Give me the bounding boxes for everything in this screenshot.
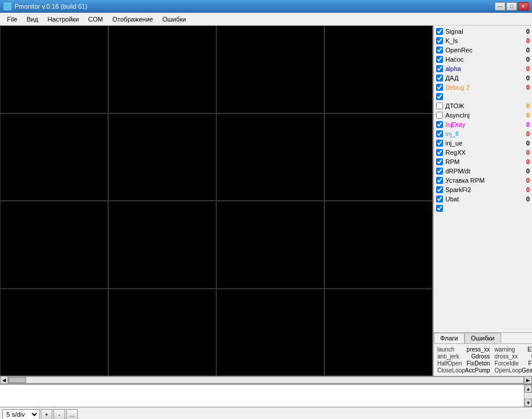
signal-list: Signal0K_ls0OpenRec0Насос0alpha0ДАД0Debu… [434,26,532,332]
minimize-button[interactable]: — [495,2,505,10]
signal-name-label: OpenRec [445,47,520,54]
flag-item: dross_xx0dross [494,353,532,360]
title-bar-buttons: — □ ✕ [495,2,529,10]
signal-item: RPM0 [434,157,532,166]
signal-item: OpenRec0 [434,45,532,55]
signal-checkbox[interactable] [436,158,443,165]
main-content: Signal0K_ls0OpenRec0Насос0alpha0ДАД0Debu… [0,26,532,376]
signal-checkbox[interactable] [436,74,443,81]
signal-value-label: 0 [520,168,530,175]
chart-cell-2-2 [216,201,324,289]
signal-value-label: 0 [520,102,530,109]
signal-value-label: 0 [520,130,530,137]
signal-value-label: 0 [520,28,530,35]
flag-item: HalfOpenFixDeton [436,360,491,367]
signal-checkbox[interactable] [436,112,443,119]
signal-checkbox[interactable] [436,102,443,109]
signal-checkbox[interactable] [436,84,443,91]
flag-name-label: OpenLoop [495,367,522,374]
menu-com[interactable]: COM [84,15,108,24]
signal-checkbox[interactable] [436,140,443,147]
scroll-left-button[interactable]: ◀ [0,376,8,384]
signal-item: Debug 20 [434,83,532,92]
flag-name-label: warning [495,346,515,353]
zoom-in-button[interactable]: + [41,409,52,420]
signal-value-label: 0 [520,121,530,128]
maximize-button[interactable]: □ [506,2,517,10]
chart-cell-1-0 [0,113,108,201]
scroll-track[interactable] [8,377,524,384]
signal-item [434,92,532,101]
signal-checkbox[interactable] [436,47,443,54]
signal-item: inj_ue0 [434,139,532,148]
tab-bar: Флаги Ошибки [434,332,532,344]
close-button[interactable]: ✕ [518,2,529,10]
horizontal-scrollbar[interactable]: ◀ ▶ [0,376,532,384]
signal-checkbox[interactable] [436,56,443,63]
signal-checkbox[interactable] [436,177,443,184]
signal-item: SparkFi20 [434,185,532,194]
more-options-button[interactable]: ... [66,409,78,420]
signal-checkbox[interactable] [436,196,443,203]
flag-name-label: launch [437,346,454,353]
chart-cell-1-1 [108,113,216,201]
signal-checkbox[interactable] [436,168,443,175]
signal-name-label: Насос [445,56,520,63]
chart-cell-0-1 [108,26,216,113]
zoom-out-button[interactable]: - [53,409,65,420]
chart-cell-3-2 [216,289,324,377]
chart-cell-2-0 [0,201,108,289]
tab-errors[interactable]: Ошибки [465,333,501,343]
signal-checkbox[interactable] [436,186,443,193]
signal-checkbox[interactable] [436,130,443,137]
signal-name-label: Signal [445,28,520,35]
signal-value-label: 0 [520,140,530,147]
title-bar: Pmonitor v.0.16 (build 61) — □ ✕ [0,0,532,13]
flag-item: anti_jerkGdross [436,353,491,360]
signal-name-label: inj_ue [445,140,520,147]
signal-item: K_ls0 [434,36,532,45]
signal-checkbox[interactable] [436,93,443,100]
text-input[interactable] [0,385,524,407]
menu-view[interactable]: Вид [22,15,43,24]
signal-name-label: RPM [445,158,520,165]
text-scroll-up[interactable]: ▲ [524,385,532,393]
title-bar-text: Pmonitor v.0.16 (build 61) [15,3,495,10]
scroll-thumb[interactable] [9,377,26,383]
signal-checkbox[interactable] [436,205,443,212]
signal-value-label: 0 [520,112,530,119]
tab-flags[interactable]: Флаги [434,333,465,343]
menu-errors[interactable]: Ошибки [158,15,191,24]
signal-name-label: ДТОЖ [445,102,520,109]
signal-checkbox[interactable] [436,149,443,156]
signal-name-label: ДАД [445,74,520,81]
signal-value-label: 0 [520,37,530,44]
signal-checkbox[interactable] [436,121,443,128]
menu-display[interactable]: Отображение [108,15,158,24]
chart-cell-0-2 [216,26,324,113]
signal-checkbox[interactable] [436,28,443,35]
menu-settings[interactable]: Настройки [43,15,84,24]
time-div-select[interactable]: 1 s/div2 s/div5 s/div10 s/div20 s/div [2,409,40,420]
text-scroll-down[interactable]: ▼ [524,399,532,407]
signal-checkbox[interactable] [436,37,443,44]
signal-item: RegXX0 [434,148,532,157]
text-area-row: ▲ ▼ [0,384,532,407]
signal-item: ДТОЖ0 [434,101,532,111]
chart-cell-2-1 [108,201,216,289]
signal-name-label: alpha [445,65,520,72]
signal-item: Насос0 [434,55,532,64]
chart-cell-3-1 [108,289,216,377]
signal-item: Signal0 [434,27,532,36]
menu-file[interactable]: File [2,15,22,24]
menu-bar: File Вид Настройки COM Отображение Ошибк… [0,13,532,26]
signal-name-label: RegXX [445,149,520,156]
signal-item: alpha0 [434,64,532,73]
flag-value-label: FixError [528,360,532,367]
chart-area [0,26,433,376]
signal-value-label: 0 [520,65,530,72]
chart-cell-1-3 [324,113,433,201]
scroll-right-button[interactable]: ▶ [524,376,532,384]
flag-item: OpenLoopGearFixed [494,367,532,374]
signal-checkbox[interactable] [436,65,443,72]
